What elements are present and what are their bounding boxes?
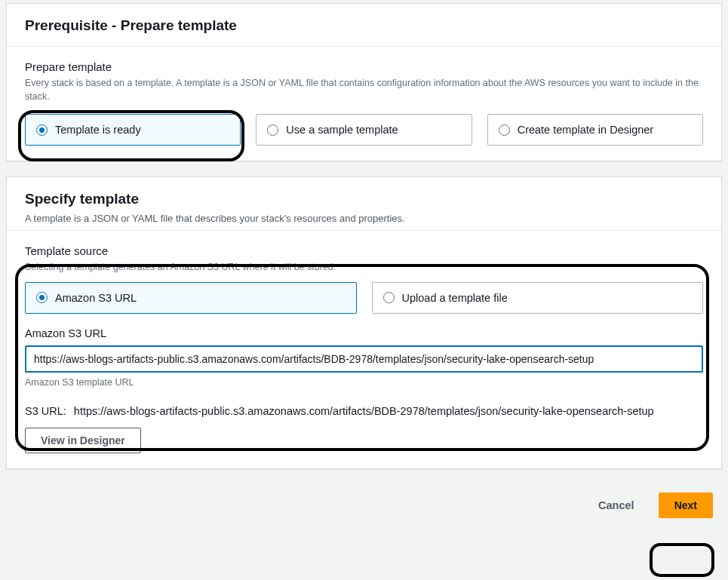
- option-template-ready[interactable]: Template is ready: [25, 114, 241, 146]
- next-button[interactable]: Next: [659, 493, 713, 518]
- s3-url-input[interactable]: [25, 345, 703, 373]
- radio-icon: [499, 124, 510, 136]
- button-label: Cancel: [598, 499, 634, 511]
- source-option-upload[interactable]: Upload a template file: [372, 282, 704, 314]
- button-label: Next: [674, 499, 697, 511]
- footer-actions: Cancel Next: [0, 484, 728, 526]
- prerequisite-panel: Prerequisite - Prepare template Prepare …: [6, 3, 722, 161]
- cancel-button[interactable]: Cancel: [583, 492, 650, 519]
- prepare-template-desc: Every stack is based on a template. A te…: [25, 76, 703, 103]
- option-label: Use a sample template: [286, 124, 398, 136]
- specify-template-title: Specify template: [25, 191, 703, 207]
- specify-template-desc: A template is a JSON or YAML file that d…: [25, 212, 703, 226]
- s3-url-resolved-value: https://aws-blogs-artifacts-public.s3.am…: [74, 405, 654, 417]
- specify-template-panel: Specify template A template is a JSON or…: [6, 176, 722, 469]
- prerequisite-title: Prerequisite - Prepare template: [25, 17, 703, 34]
- s3-url-helper: Amazon S3 template URL: [25, 377, 703, 388]
- option-label: Template is ready: [55, 124, 141, 136]
- radio-icon: [36, 124, 48, 136]
- prepare-template-label: Prepare template: [25, 60, 703, 73]
- s3-url-label: Amazon S3 URL: [25, 327, 703, 339]
- radio-icon: [383, 292, 395, 303]
- option-label: Create template in Designer: [518, 124, 654, 136]
- resolved-s3-url: S3 URL:https://aws-blogs-artifacts-publi…: [25, 403, 703, 420]
- radio-icon: [36, 292, 48, 303]
- template-source-label: Template source: [25, 244, 703, 257]
- view-in-designer-button[interactable]: View in Designer: [25, 428, 141, 453]
- s3-url-resolved-label: S3 URL:: [25, 403, 66, 420]
- radio-icon: [267, 124, 278, 136]
- annotation-highlight: [650, 543, 714, 577]
- option-label: Upload a template file: [402, 292, 508, 304]
- option-use-sample[interactable]: Use a sample template: [256, 114, 472, 146]
- template-source-desc: Selecting a template generates an Amazon…: [25, 260, 703, 274]
- source-option-s3[interactable]: Amazon S3 URL: [25, 282, 357, 314]
- option-label: Amazon S3 URL: [55, 292, 137, 304]
- button-label: View in Designer: [41, 434, 125, 447]
- option-create-designer[interactable]: Create template in Designer: [487, 114, 703, 146]
